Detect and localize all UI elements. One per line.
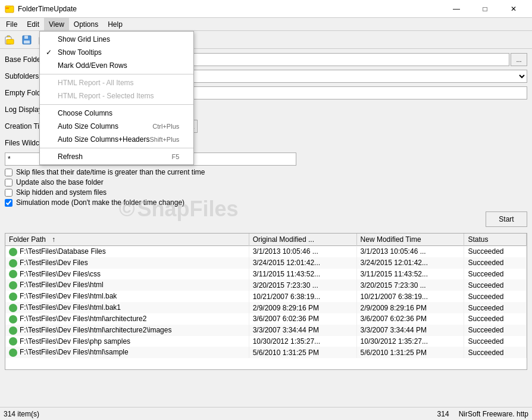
toolbar-save[interactable] [19,33,35,47]
table-row[interactable]: F:\TestFiles\Dev Files\html\architecture… [5,325,527,336]
table-row[interactable]: F:\TestFiles\Dev Files\html 3/20/2015 7:… [5,279,527,291]
original-modified-cell: 3/20/2015 7:23:30 ... [249,279,356,291]
path-cell: F:\TestFiles\Dev Files\html.bak1 [5,302,249,313]
dropdown-auto-size-headers[interactable]: Auto Size Columns+Headers Shift+Plus [40,133,193,146]
start-button[interactable]: Start [486,211,527,227]
col-new-modified[interactable]: New Modified Time [356,234,464,246]
status-cell: Succeeded [464,325,527,336]
menu-file[interactable]: File [1,18,22,30]
maximize-button[interactable]: □ [471,0,499,18]
new-modified-cell: 3/24/2015 12:01:42... [356,257,464,269]
svg-rect-4 [7,39,14,44]
close-button[interactable]: ✕ [500,0,527,18]
html-all-label: HTML Report - All Items [58,79,134,87]
status-cell: Succeeded [464,269,527,280]
path-cell: F:\TestFiles\Dev Files\php samples [5,336,249,347]
auto-size-headers-shortcut: Shift+Plus [149,136,179,143]
skip-greater-time-checkbox[interactable] [5,169,12,176]
col-folder-path[interactable]: Folder Path ↑ [5,234,249,246]
simulation-mode-label: Simulation mode (Don't make the folder t… [16,198,184,207]
items-count: 314 item(s) [4,410,39,418]
table-row[interactable]: F:\TestFiles\Database Files 3/1/2013 10:… [5,246,527,257]
new-modified-cell: 3/1/2013 10:05:46 ... [356,246,464,257]
count-display: 314 [437,410,449,418]
original-modified-cell: 5/6/2010 1:31:25 PM [249,347,356,358]
svg-rect-6 [24,36,28,39]
grid-container[interactable]: Folder Path ↑ Original Modified ... New … [5,233,527,370]
col-status[interactable]: Status [464,234,527,246]
separator-2 [40,104,193,105]
dropdown-choose-columns[interactable]: Choose Columns [40,107,193,120]
browse-button[interactable]: ... [511,53,527,66]
new-modified-cell: 10/30/2012 1:35:27... [356,336,464,347]
new-modified-cell: 3/3/2007 3:34:44 PM [356,325,464,336]
menu-options[interactable]: Options [69,18,103,30]
auto-size-headers-label: Auto Size Columns+Headers [58,135,149,144]
results-table: Folder Path ↑ Original Modified ... New … [5,234,527,358]
dropdown-html-all: HTML Report - All Items [40,76,193,89]
path-cell: F:\TestFiles\Dev Files [5,257,249,269]
skip-hidden-checkbox[interactable] [5,189,12,197]
path-cell: F:\TestFiles\Database Files [5,246,249,257]
status-cell: Succeeded [464,302,527,313]
update-base-folder-checkbox[interactable] [5,179,12,186]
original-modified-cell: 2/9/2009 8:29:16 PM [249,302,356,313]
checkmark-tooltips: ✓ [46,48,52,57]
separator-3 [40,148,193,148]
status-cell: Succeeded [464,347,527,358]
choose-columns-label: Choose Columns [58,109,112,117]
table-row[interactable]: F:\TestFiles\Dev Files\html\sample 5/6/2… [5,347,527,358]
dropdown-show-tooltips[interactable]: ✓ Show Tooltips [40,46,193,59]
separator-1 [40,74,193,74]
update-base-folder-label: Update also the base folder [16,178,104,186]
svg-rect-7 [24,41,30,43]
status-icon [9,281,17,290]
mark-odd-even-label: Mark Odd/Even Rows [58,61,127,70]
title-bar: FolderTimeUpdate — □ ✕ [0,0,532,18]
view-dropdown: Show Grid Lines ✓ Show Tooltips Mark Odd… [39,31,194,165]
path-cell: F:\TestFiles\Dev Files\html\architecture… [5,325,249,336]
original-modified-cell: 10/30/2012 1:35:27... [249,336,356,347]
status-cell: Succeeded [464,291,527,302]
svg-rect-2 [5,6,10,8]
table-row[interactable]: F:\TestFiles\Dev Files\html.bak1 2/9/200… [5,302,527,313]
dropdown-mark-odd-even[interactable]: Mark Odd/Even Rows [40,59,193,72]
status-cell: Succeeded [464,336,527,347]
menu-help[interactable]: Help [103,18,127,30]
menu-view[interactable]: View [44,18,69,30]
new-modified-cell: 5/6/2010 1:31:25 PM [356,347,464,358]
table-row[interactable]: F:\TestFiles\Dev Files\html.bak 10/21/20… [5,291,527,302]
new-modified-cell: 3/11/2015 11:43:52... [356,269,464,280]
status-icon [9,349,17,357]
auto-size-shortcut: Ctrl+Plus [152,123,179,130]
menu-edit[interactable]: Edit [22,18,44,30]
table-row[interactable]: F:\TestFiles\Dev Files\php samples 10/30… [5,336,527,347]
original-modified-cell: 10/21/2007 6:38:19... [249,291,356,302]
new-modified-cell: 2/9/2009 8:29:16 PM [356,302,464,313]
col-original-modified[interactable]: Original Modified ... [249,234,356,246]
path-cell: F:\TestFiles\Dev Files\html\architecture… [5,313,249,325]
minimize-button[interactable]: — [443,0,470,18]
toolbar-open[interactable] [2,33,18,47]
original-modified-cell: 3/11/2015 11:43:52... [249,269,356,280]
menu-bar: File Edit View Options Help [0,18,532,31]
dropdown-auto-size[interactable]: Auto Size Columns Ctrl+Plus [40,120,193,133]
new-modified-cell: 10/21/2007 6:38:19... [356,291,464,302]
table-row[interactable]: F:\TestFiles\Dev Files 3/24/2015 12:01:4… [5,257,527,269]
status-icon [9,337,17,346]
path-cell: F:\TestFiles\Dev Files\html\sample [5,347,249,358]
path-cell: F:\TestFiles\Dev Files\css [5,269,249,280]
status-cell: Succeeded [464,257,527,269]
app-icon [5,4,14,14]
path-cell: F:\TestFiles\Dev Files\html.bak [5,291,249,302]
table-row[interactable]: F:\TestFiles\Dev Files\html\architecture… [5,313,527,325]
simulation-mode-checkbox[interactable] [5,199,12,207]
status-cell: Succeeded [464,279,527,291]
refresh-shortcut: F5 [171,153,179,160]
dropdown-refresh[interactable]: Refresh F5 [40,150,193,163]
dropdown-show-grid-lines[interactable]: Show Grid Lines [40,33,193,46]
status-icon [9,270,17,278]
window-title: FolderTimeUpdate [18,5,77,13]
status-icon [9,259,17,267]
table-row[interactable]: F:\TestFiles\Dev Files\css 3/11/2015 11:… [5,269,527,280]
